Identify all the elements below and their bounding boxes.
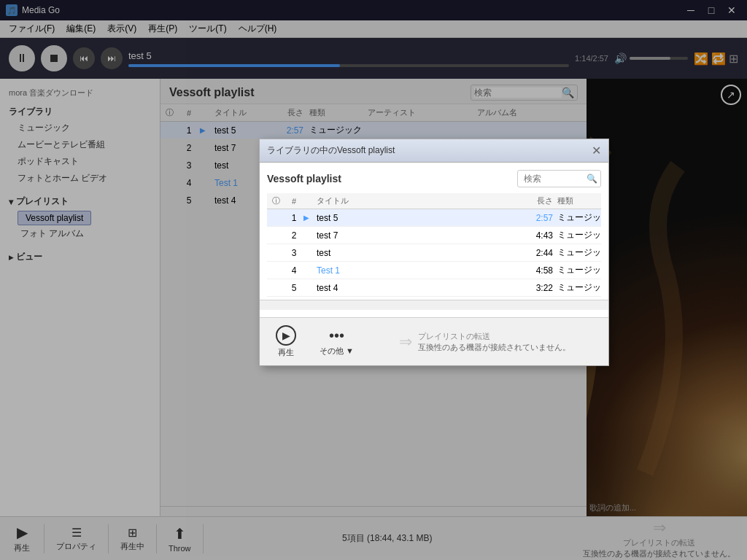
dialog-col-title: タイトル (314, 195, 517, 206)
dialog-row-length: 2:44 (517, 248, 557, 258)
dialog-play-button[interactable]: ▶ 再生 (267, 322, 305, 361)
dialog-playlist-header: Vessoft playlist 🔍 (267, 170, 601, 187)
dialog-col-num: # (285, 197, 303, 206)
dialog-row-num: 3 (285, 248, 303, 258)
dialog-row-type: ミュージッ (557, 211, 601, 224)
dialog-row-type: ミュージッ (557, 229, 601, 241)
dialog-row-arrow: ▶ (303, 214, 314, 222)
dialog-row-num: 4 (285, 265, 303, 276)
dialog-row-type: ミュージッ (557, 264, 601, 276)
dialog-row-title: test 4 (314, 283, 517, 293)
dialog-transfer-label: プレイリストの転送 (418, 331, 570, 342)
dialog-hscroll[interactable] (260, 300, 608, 310)
dialog-table-row[interactable]: 4 Test 1 4:58 ミュージッ (267, 262, 601, 279)
dialog-row-length: 3:22 (517, 283, 557, 293)
dialog-transfer-icon: ⇒ (399, 332, 412, 351)
dialog-table-row[interactable]: 5 test 4 3:22 ミュージッ (267, 279, 601, 297)
dialog-other-icon: ••• (329, 327, 344, 344)
dialog-transfer-section: ⇒ プレイリストの転送 互換性のある機器が接続されていません。 (368, 331, 601, 353)
dialog-row-title: test 5 (314, 213, 517, 223)
dialog-search-input[interactable] (521, 172, 587, 185)
dialog-transfer-info: プレイリストの転送 互換性のある機器が接続されていません。 (418, 331, 570, 353)
dialog-col-type: 種類 (557, 195, 601, 206)
dialog-footer: ▶ 再生 ••• その他 ▼ ⇒ プレイリストの転送 互換性のある機器が接続され… (260, 317, 608, 365)
dialog-play-label: 再生 (278, 347, 294, 358)
dialog-col-info: ⓘ (267, 195, 285, 206)
dialog-transfer-msg: 互換性のある機器が接続されていません。 (418, 342, 570, 353)
dialog-row-type: ミュージッ (557, 246, 601, 259)
dialog-col-length: 長さ (517, 195, 557, 206)
dialog-row-type: ミュージッ (557, 281, 601, 294)
dialog-other-label: その他 ▼ (320, 346, 354, 357)
dialog-play-icon: ▶ (276, 325, 296, 346)
dialog-table-header: ⓘ # タイトル 長さ 種類 (267, 193, 601, 209)
dialog-table-row[interactable]: 3 test 2:44 ミュージッ (267, 244, 601, 262)
dialog-row-length: 2:57 (517, 213, 557, 223)
dialog-row-title: test (314, 248, 517, 258)
dialog-other-button[interactable]: ••• その他 ▼ (311, 324, 363, 359)
dialog-header: ライブラリの中のVessoft playlist ✕ (260, 139, 608, 163)
dialog-row-title: test 7 (314, 230, 517, 241)
dialog-search-box: 🔍 (517, 170, 601, 187)
dialog-body: Vessoft playlist 🔍 ⓘ # タイトル 長さ 種類 1 ▶ te… (260, 163, 608, 317)
dialog-row-length: 4:58 (517, 265, 557, 276)
dialog-row-num: 2 (285, 230, 303, 241)
dialog-search-icon[interactable]: 🔍 (587, 174, 597, 184)
dialog-close-button[interactable]: ✕ (592, 144, 601, 158)
dialog-table-body: 1 ▶ test 5 2:57 ミュージッ 2 test 7 4:43 ミュージ… (267, 209, 601, 297)
dialog-table-row[interactable]: 2 test 7 4:43 ミュージッ (267, 227, 601, 244)
dialog-title: ライブラリの中のVessoft playlist (267, 144, 395, 157)
dialog-row-length: 4:43 (517, 230, 557, 241)
library-dialog: ライブラリの中のVessoft playlist ✕ Vessoft playl… (259, 139, 609, 366)
dialog-row-num: 1 (285, 213, 303, 223)
dialog-table-row[interactable]: 1 ▶ test 5 2:57 ミュージッ (267, 209, 601, 227)
dialog-row-title: Test 1 (314, 265, 517, 276)
dialog-row-num: 5 (285, 283, 303, 293)
dialog-playlist-title: Vessoft playlist (267, 173, 341, 184)
